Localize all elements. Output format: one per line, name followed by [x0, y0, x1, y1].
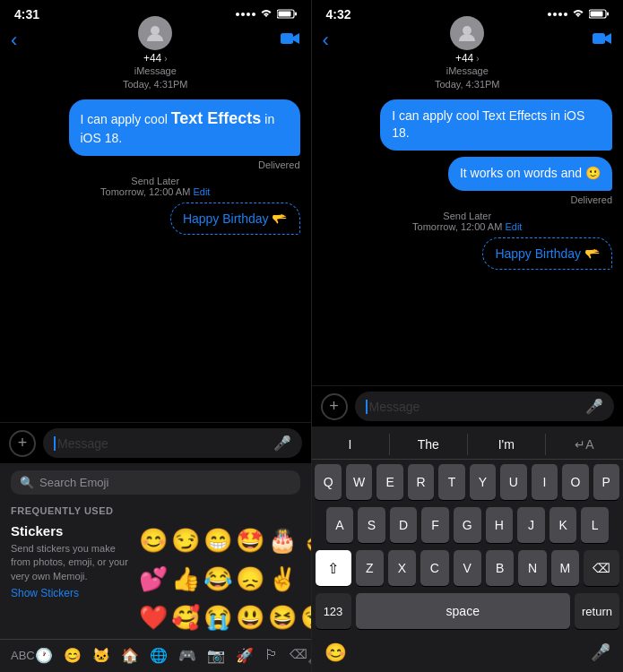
back-button-left[interactable]: ‹: [11, 29, 17, 52]
sent-bubble-1-left: I can apply cool Text Effects in iOS 18.: [69, 99, 300, 156]
key-d[interactable]: D: [390, 507, 418, 543]
activity-icon[interactable]: 🎮: [178, 647, 196, 664]
show-stickers-link[interactable]: Show Stickers: [11, 587, 130, 599]
emoji-item[interactable]: 😃: [236, 600, 264, 635]
contact-info-left[interactable]: +44 ›: [138, 16, 172, 65]
emoji-item[interactable]: 😂: [203, 562, 232, 597]
emoji-item[interactable]: 🤩: [236, 523, 264, 558]
emoji-item[interactable]: ❤️: [139, 600, 168, 635]
emoji-item[interactable]: 🎂: [268, 523, 297, 558]
video-button-left[interactable]: [281, 31, 300, 50]
key-p[interactable]: P: [593, 464, 619, 500]
message-input-right[interactable]: Message 🎤: [355, 392, 615, 421]
sticker-icon[interactable]: 🏠: [121, 647, 139, 664]
key-a[interactable]: A: [326, 507, 354, 543]
numbers-key[interactable]: 123: [316, 593, 351, 629]
messages-area-right: iMessage Today, 4:31PM I can apply cool …: [312, 57, 624, 385]
key-c[interactable]: C: [420, 550, 448, 586]
stickers-title: Stickers: [11, 523, 130, 538]
key-o[interactable]: O: [562, 464, 588, 500]
emoji-item[interactable]: 😊: [139, 523, 168, 558]
emoji-item[interactable]: 👍: [171, 562, 200, 597]
mic-button-right[interactable]: 🎤: [585, 398, 603, 415]
add-button-left[interactable]: +: [9, 430, 36, 457]
key-n[interactable]: N: [518, 550, 546, 586]
input-bar-right: + Message 🎤: [312, 385, 624, 426]
emoji-tab-icon[interactable]: 😊: [64, 647, 82, 664]
wifi-icon: [260, 8, 273, 22]
key-f[interactable]: F: [421, 507, 449, 543]
emoji-item[interactable]: 🥰: [171, 600, 200, 635]
delete-icon[interactable]: ⌫: [290, 647, 307, 664]
key-r[interactable]: R: [408, 464, 434, 500]
emoji-item[interactable]: 😭: [203, 600, 232, 635]
globe-icon[interactable]: 🌐: [150, 647, 168, 664]
emoji-search-bar[interactable]: 🔍 Search Emoji: [11, 470, 300, 495]
key-t[interactable]: T: [438, 464, 464, 500]
key-g[interactable]: G: [454, 507, 481, 543]
emoji-item[interactable]: 💕: [139, 562, 168, 597]
key-b[interactable]: B: [486, 550, 514, 586]
mic-button-left[interactable]: 🎤: [273, 435, 291, 452]
key-i[interactable]: I: [532, 464, 558, 500]
recent-icon[interactable]: 🕐: [35, 647, 53, 664]
edit-link-right[interactable]: Edit: [505, 221, 522, 232]
emoji-item[interactable]: 😏: [171, 523, 200, 558]
delivered-text-right: Delivered: [323, 194, 613, 205]
emoji-item[interactable]: [300, 562, 312, 597]
msg-header-left: iMessage Today, 4:31PM: [11, 65, 300, 92]
emoji-item[interactable]: 😏: [300, 600, 312, 635]
key-j[interactable]: J: [517, 507, 545, 543]
key-u[interactable]: U: [500, 464, 526, 500]
memoji-icon[interactable]: 🐱: [92, 647, 110, 664]
return-key[interactable]: return: [575, 593, 619, 629]
key-x[interactable]: X: [388, 550, 416, 586]
edit-link-left[interactable]: Edit: [193, 186, 210, 197]
avatar-left: [138, 16, 172, 50]
back-button-right[interactable]: ‹: [323, 29, 329, 52]
emoji-item[interactable]: 👌: [300, 523, 312, 558]
emoji-item[interactable]: 😞: [236, 562, 264, 597]
objects-icon[interactable]: 📷: [207, 647, 225, 664]
suggestion-special[interactable]: ↵A: [546, 434, 623, 455]
key-q[interactable]: Q: [315, 464, 341, 500]
emoji-item[interactable]: ✌️: [268, 562, 297, 597]
key-e[interactable]: E: [376, 464, 402, 500]
space-key[interactable]: space: [356, 593, 571, 629]
contact-info-right[interactable]: +44 ›: [450, 16, 484, 65]
left-phone-screen: 4:31 ‹ +44 ›: [0, 0, 312, 672]
key-z[interactable]: Z: [356, 550, 384, 586]
delete-key[interactable]: ⌫: [584, 550, 619, 586]
messages-area-left: iMessage Today, 4:31PM I can apply cool …: [0, 57, 311, 422]
flags-icon[interactable]: 🏳: [264, 647, 279, 664]
mic-key-left[interactable]: 🎤: [307, 645, 312, 665]
key-v[interactable]: V: [454, 550, 481, 586]
add-button-right[interactable]: +: [321, 393, 348, 420]
key-k[interactable]: K: [549, 507, 577, 543]
send-later-right: Send Later Tomorrow, 12:00 AM Edit: [323, 211, 613, 232]
key-m[interactable]: M: [551, 550, 579, 586]
emoji-key-right[interactable]: 😊: [324, 642, 347, 663]
suggestion-i[interactable]: I: [312, 434, 390, 455]
emoji-item[interactable]: 😁: [203, 523, 232, 558]
key-s[interactable]: S: [358, 507, 385, 543]
travel-icon[interactable]: 🚀: [236, 647, 254, 664]
key-y[interactable]: Y: [470, 464, 496, 500]
keyboard-bottom-bar: ABC 🕐 😊 🐱 🏠 🌐 🎮 📷 🚀 🏳 ⌫ 🎤: [0, 639, 311, 672]
freq-used-label: FREQUENTLY USED: [0, 502, 311, 520]
key-w[interactable]: W: [346, 464, 372, 500]
svg-rect-1: [278, 11, 290, 16]
shift-key[interactable]: ⇧: [316, 550, 351, 586]
video-button-right[interactable]: [593, 31, 612, 50]
chevron-icon-left: ›: [164, 54, 167, 64]
mic-key-right[interactable]: 🎤: [591, 642, 610, 662]
abc-label[interactable]: ABC: [11, 649, 35, 662]
suggestion-im[interactable]: I'm: [468, 434, 546, 455]
emoji-item[interactable]: 😆: [268, 600, 297, 635]
suggestion-the[interactable]: The: [390, 434, 468, 455]
input-placeholder-left: Message: [57, 436, 108, 451]
message-input-left[interactable]: Message 🎤: [43, 428, 302, 458]
key-h[interactable]: H: [486, 507, 514, 543]
svg-point-8: [463, 26, 472, 35]
key-l[interactable]: L: [581, 507, 609, 543]
